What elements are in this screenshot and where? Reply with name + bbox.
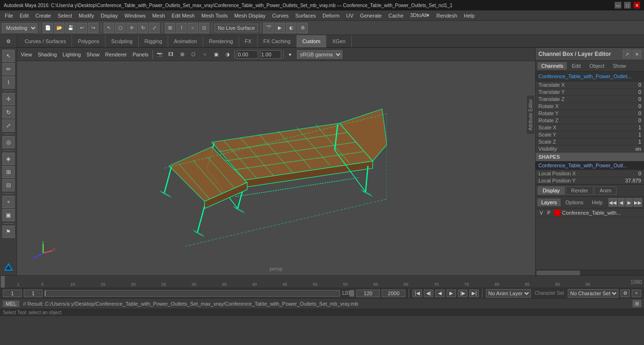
edge-select-button[interactable]: ⌇ — [2, 76, 15, 89]
tab-animation[interactable]: Animation — [168, 35, 203, 47]
cb-display-tab-display[interactable]: Display — [537, 186, 565, 195]
vp-texture-button[interactable]: ▣ — [212, 50, 221, 59]
render-settings-button[interactable]: 🎬 — [263, 23, 274, 33]
ipr-render-button[interactable]: ◐ — [286, 23, 296, 33]
translate-x-value[interactable]: 0 — [617, 82, 641, 88]
go-to-end-button[interactable]: ▶| — [469, 290, 479, 297]
menu-curves[interactable]: Curves — [269, 12, 292, 19]
vp-value1-input[interactable] — [237, 50, 258, 59]
local-pos-x-value[interactable]: 0 — [617, 171, 641, 176]
frame-start-input[interactable] — [24, 290, 43, 297]
xray-button[interactable]: ⚬ — [2, 196, 15, 208]
menu-help[interactable]: Help — [461, 12, 478, 19]
menu-windows[interactable]: Windows — [122, 12, 149, 19]
render-button[interactable]: ▶ — [275, 23, 285, 33]
minimize-button[interactable]: — — [615, 2, 621, 9]
settings-button[interactable]: ⚙ — [0, 35, 17, 47]
snap-view-button[interactable]: ⊡ — [199, 23, 209, 33]
move-tool-button[interactable]: ✛ — [126, 23, 137, 33]
vp-value2-input[interactable] — [260, 50, 281, 59]
menu-generate[interactable]: Generate — [357, 12, 385, 19]
play-forward-button[interactable]: ▶ — [447, 290, 456, 297]
mel-label[interactable]: MEL — [3, 300, 19, 307]
menu-3dtall[interactable]: 3DtoAll▾ — [407, 11, 432, 19]
anim-speed-input[interactable] — [382, 290, 405, 297]
close-button[interactable]: ✕ — [634, 2, 640, 9]
time-indicator[interactable] — [1, 276, 5, 288]
character-set-select[interactable]: No Character Set — [568, 289, 618, 298]
menu-mesh-tools[interactable]: Mesh Tools — [198, 12, 230, 19]
rotate-tool-button[interactable]: ↻ — [138, 23, 148, 33]
tab-sculpting[interactable]: Sculpting — [106, 35, 139, 47]
timeline-ruler[interactable]: 1 5 10 15 20 25 30 35 40 45 50 55 60 65 … — [0, 276, 606, 288]
menu-mesh-display[interactable]: Mesh Display — [232, 12, 268, 19]
lighting-menu[interactable]: Lighting — [61, 51, 83, 58]
cb-horizontal-scrollbar[interactable] — [536, 270, 644, 275]
cb-tab-channels[interactable]: Channels — [537, 62, 567, 70]
lasso-tool-button[interactable]: ⬡ — [115, 23, 125, 33]
next-frame-button[interactable]: ▶ — [626, 198, 633, 207]
rotate-y-value[interactable]: 0 — [617, 110, 641, 116]
command-line-button[interactable]: ⊞ — [633, 300, 641, 307]
menu-file[interactable]: File — [2, 12, 16, 19]
cb-display-tab-render[interactable]: Render — [566, 186, 593, 195]
next-layer-button[interactable]: ▶▶ — [634, 198, 642, 207]
tab-fx-caching[interactable]: FX Caching — [258, 35, 296, 47]
help-tab[interactable]: Help — [588, 199, 607, 206]
vp-shadow-button[interactable]: ◑ — [223, 50, 233, 59]
snap-point-button[interactable]: ○ — [188, 23, 198, 33]
menu-edit-mesh[interactable]: Edit Mesh — [169, 12, 197, 19]
play-back-button[interactable]: ◀ — [435, 290, 445, 297]
scale-button[interactable]: ⤢ — [2, 119, 15, 132]
gamma-select[interactable]: sRGB gamma — [297, 50, 342, 59]
menu-mesh[interactable]: Mesh — [149, 12, 168, 19]
layer-color-swatch[interactable] — [554, 209, 561, 216]
options-tab[interactable]: Options — [562, 199, 587, 206]
move-button[interactable]: ✛ — [2, 93, 15, 105]
step-forward-button[interactable]: |▶ — [458, 290, 467, 297]
cb-tab-object[interactable]: Object — [585, 62, 608, 70]
scale-z-value[interactable]: 1 — [617, 139, 641, 145]
vp-smooth-button[interactable]: ○ — [200, 50, 210, 59]
snap-grid-button[interactable]: ⊞ — [165, 23, 175, 33]
scale-x-value[interactable]: 1 — [617, 125, 641, 130]
shading-menu[interactable]: Shading — [36, 51, 59, 58]
select-tool-button[interactable]: ↖ — [104, 23, 114, 33]
playback-slider[interactable] — [45, 290, 340, 297]
scale-tool-button[interactable]: ⤢ — [149, 23, 160, 33]
new-scene-button[interactable]: 📄 — [43, 23, 53, 33]
current-frame-input[interactable] — [3, 290, 22, 297]
translate-z-value[interactable]: 0 — [617, 96, 641, 102]
prev-frame-button[interactable]: ◀ — [618, 198, 625, 207]
tab-polygons[interactable]: Polygons — [72, 35, 105, 47]
tab-rendering[interactable]: Rendering — [203, 35, 239, 47]
frame-all-button[interactable]: ⊞ — [2, 166, 15, 178]
tab-curves-surfaces[interactable]: Curves / Surfaces — [19, 35, 72, 47]
quick-select-set[interactable]: ▣ — [2, 209, 15, 221]
cb-expand-button[interactable]: ↗ — [623, 50, 631, 58]
vp-grid-button[interactable]: ⊞ — [178, 50, 187, 59]
vertex-select-button[interactable]: ✏ — [2, 63, 15, 75]
vp-film-button[interactable]: 🎞 — [166, 50, 176, 59]
isolate-select-button[interactable]: ◈ — [2, 153, 15, 165]
layers-tab[interactable]: Layers — [537, 199, 561, 206]
scale-y-value[interactable]: 1 — [617, 132, 641, 137]
menu-display[interactable]: Display — [98, 12, 121, 19]
select-mode-button[interactable]: ↖ — [2, 50, 15, 62]
viewport[interactable]: View Shading Lighting Show Renderer Pane… — [17, 48, 535, 275]
renderer-menu[interactable]: Renderer — [103, 51, 129, 58]
playback-slider-end[interactable] — [349, 290, 354, 297]
rotate-z-value[interactable]: 0 — [617, 118, 641, 123]
tab-fx[interactable]: FX — [239, 35, 258, 47]
step-back-button[interactable]: ◀| — [424, 290, 433, 297]
tab-custom[interactable]: Custom — [297, 35, 327, 47]
anim-layer-select[interactable]: No Anim Layer — [486, 289, 531, 298]
prev-layer-button[interactable]: ◀◀ — [608, 198, 617, 207]
playback-end-input[interactable] — [356, 290, 380, 297]
menu-deform[interactable]: Deform — [320, 12, 342, 19]
frame-selected-button[interactable]: ⊟ — [2, 179, 15, 191]
panels-menu[interactable]: Panels — [131, 51, 151, 58]
menu-surfaces[interactable]: Surfaces — [293, 12, 319, 19]
tab-xgen[interactable]: XGen — [326, 35, 351, 47]
menu-uv[interactable]: UV — [343, 12, 356, 19]
